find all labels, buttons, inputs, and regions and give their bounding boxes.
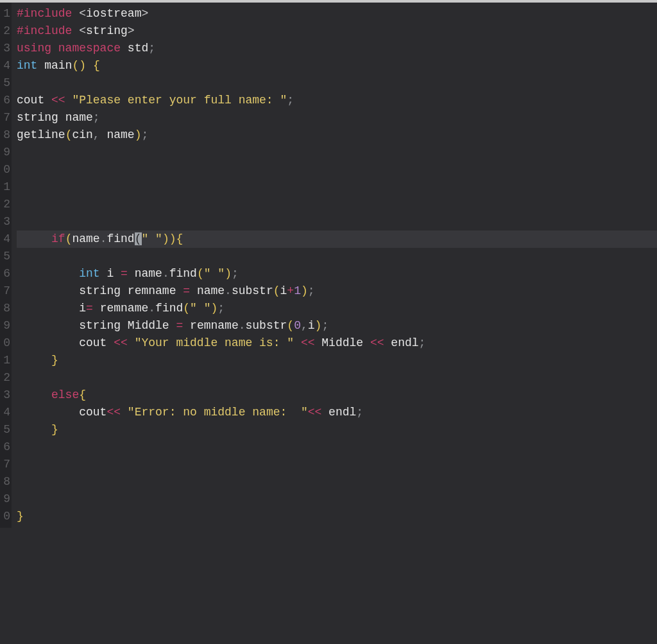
line-number: 2	[0, 22, 10, 40]
line-number: 5	[0, 248, 10, 265]
line-number: 0	[0, 161, 10, 178]
paren: (	[273, 284, 280, 297]
code-line[interactable]: int i = name.find(" ");	[17, 265, 657, 283]
paren: )	[135, 128, 142, 141]
code-editor[interactable]: 1 2 3 4 5 6 7 8 9 0 1 2 3 4 5 6 7 8 9 0 …	[0, 0, 657, 644]
line-number: 3	[0, 40, 10, 57]
identifier-cout: cout	[79, 336, 114, 349]
code-line[interactable]	[17, 369, 657, 387]
number: 0	[294, 319, 301, 332]
identifier: name	[65, 111, 93, 124]
code-line[interactable]: else{	[17, 387, 657, 404]
code-line-active[interactable]: if(name.find(" ")){	[17, 231, 657, 248]
angle-bracket: >	[128, 24, 135, 37]
paren: )	[79, 59, 86, 72]
angle-bracket: <	[79, 7, 86, 20]
identifier: remname	[128, 284, 183, 297]
identifier: Middle	[321, 336, 370, 349]
operator: =	[86, 302, 100, 315]
identifier-endl: endl	[328, 406, 356, 419]
cursor[interactable]: (	[135, 232, 142, 245]
keyword-if: if	[51, 232, 65, 245]
paren: )	[169, 232, 176, 245]
string-literal: "Error: no middle name: "	[128, 406, 308, 419]
fn-main: main	[44, 59, 72, 72]
code-line[interactable]	[17, 196, 657, 213]
paren: (	[287, 319, 294, 332]
code-line[interactable]: string remname = name.substr(i+1);	[17, 283, 657, 300]
code-line[interactable]: i= remname.find(" ");	[17, 300, 657, 317]
comma: ,	[93, 128, 107, 141]
line-number: 4	[0, 404, 10, 421]
code-line[interactable]: }	[17, 421, 657, 439]
code-line[interactable]	[17, 144, 657, 161]
code-line[interactable]: cout<< "Error: no middle name: "<< endl;	[17, 404, 657, 421]
code-line[interactable]: using namespace std;	[17, 40, 657, 57]
line-number: 7	[0, 109, 10, 126]
line-number: 6	[0, 265, 10, 283]
line-number: 4	[0, 57, 10, 74]
line-number: 1	[0, 5, 10, 22]
paren: )	[301, 284, 308, 297]
indent	[17, 388, 51, 401]
identifier: name	[72, 232, 99, 245]
identifier: remname	[190, 319, 239, 332]
string-literal: " "	[142, 232, 162, 245]
type-int: int	[17, 59, 44, 72]
indent	[17, 423, 51, 436]
code-line[interactable]	[17, 473, 657, 491]
operator: =	[121, 267, 135, 280]
identifier-endl: endl	[391, 336, 418, 349]
indent	[17, 232, 51, 245]
code-line[interactable]: string Middle = remname.substr(0,i);	[17, 317, 657, 335]
keyword-namespace: namespace	[58, 42, 128, 55]
code-line[interactable]: cout << "Please enter your full name: ";	[17, 92, 657, 109]
include-lib: iostream	[86, 7, 141, 20]
line-number: 8	[0, 473, 10, 491]
code-line[interactable]	[17, 248, 657, 265]
code-line[interactable]	[17, 491, 657, 508]
identifier: Middle	[128, 319, 176, 332]
semicolon: ;	[232, 267, 239, 280]
semicolon: ;	[356, 406, 363, 419]
type-string: string	[17, 111, 65, 124]
code-line[interactable]	[17, 439, 657, 456]
code-line[interactable]: }	[17, 352, 657, 369]
semicolon: ;	[308, 284, 315, 297]
code-line[interactable]: getline(cin, name);	[17, 126, 657, 144]
indent	[17, 319, 79, 332]
code-line[interactable]: #include <string>	[17, 22, 657, 40]
dot: .	[162, 267, 169, 280]
code-line[interactable]	[17, 213, 657, 231]
fn-find: find	[155, 302, 183, 315]
code-area[interactable]: #include <iostream> #include <string> us…	[12, 3, 657, 528]
indent	[17, 284, 79, 297]
operator: +	[287, 284, 294, 297]
code-line[interactable]	[17, 161, 657, 178]
code-line[interactable]	[17, 74, 657, 92]
paren: (	[65, 232, 73, 245]
code-line[interactable]: #include <iostream>	[17, 5, 657, 22]
fn-find: find	[107, 232, 134, 245]
code-line[interactable]: int main() {	[17, 57, 657, 74]
indent	[17, 354, 51, 367]
line-number: 0	[0, 335, 10, 352]
semicolon: ;	[419, 336, 426, 349]
dot: .	[100, 232, 107, 245]
line-number: 6	[0, 439, 10, 456]
code-line[interactable]	[17, 456, 657, 473]
semicolon: ;	[287, 94, 294, 107]
identifier: name	[197, 284, 225, 297]
string-literal: "Your middle name is: "	[135, 336, 294, 349]
line-number: 8	[0, 126, 10, 144]
code-line[interactable]: cout << "Your middle name is: " << Middl…	[17, 335, 657, 352]
brace: {	[79, 388, 86, 401]
line-number: 3	[0, 387, 10, 404]
identifier: name	[135, 267, 162, 280]
code-line[interactable]: string name;	[17, 109, 657, 126]
code-line[interactable]	[17, 178, 657, 196]
keyword-else: else	[51, 388, 79, 401]
code-line[interactable]: }	[17, 508, 657, 525]
include-lib: string	[86, 24, 128, 37]
brace: {	[93, 59, 100, 72]
